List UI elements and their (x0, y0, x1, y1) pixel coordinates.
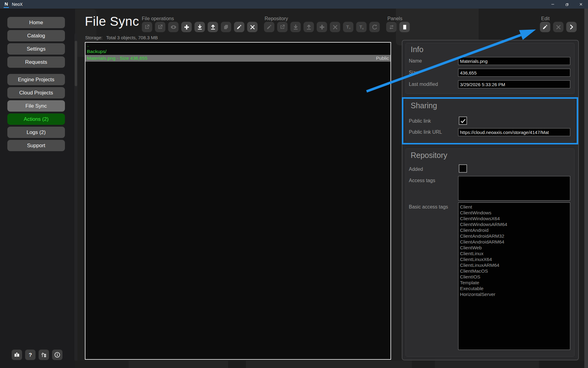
swap-panels-button[interactable] (386, 22, 397, 32)
close-icon (579, 2, 583, 6)
list-item-file-selected[interactable]: Materials.png - Size 436,655 Public (85, 55, 390, 62)
sidebar-item-requests[interactable]: Requests (7, 56, 65, 68)
maximize-button[interactable] (560, 0, 574, 9)
list-item-label: Materials.png - Size 436,655 (87, 56, 147, 61)
rename-button[interactable] (234, 22, 244, 32)
toolbar-group-label-repository: Repository (265, 16, 288, 21)
tag-item[interactable]: Template (460, 280, 570, 286)
open-external-icon (144, 24, 150, 30)
add-tag-button[interactable]: T+ (343, 22, 353, 32)
sidebar-item-cloud-projects[interactable]: Cloud Projects (7, 87, 65, 98)
size-field[interactable] (458, 69, 570, 77)
repo-edit-button[interactable] (264, 22, 274, 32)
access-tags-field[interactable] (458, 176, 570, 201)
download-icon (197, 24, 203, 30)
sidebar-item-home[interactable]: Home (7, 17, 65, 28)
tag-item[interactable]: ClientWindowsARM64 (460, 221, 570, 227)
basic-access-tags-list[interactable]: Client ClientWindows ClientWindowsX64 Cl… (458, 202, 570, 350)
chevron-right-icon (568, 24, 575, 30)
sidebar-item-engine-projects[interactable]: Engine Projects (7, 74, 65, 85)
delete-button[interactable] (247, 22, 258, 32)
tag-item[interactable]: ClientAndroid (460, 227, 570, 233)
copy-button[interactable] (221, 22, 231, 32)
page-title: File Sync (85, 14, 139, 29)
tag-item[interactable]: ClientMacOS (460, 268, 570, 274)
svg-text:T: T (346, 24, 349, 29)
tag-item[interactable]: ClientWindowsX64 (460, 216, 570, 221)
toolbar-group-edit (540, 22, 577, 32)
window-title: NeoX (12, 2, 23, 7)
sidebar-item-logs[interactable]: Logs (2) (7, 127, 65, 138)
x-icon (556, 24, 561, 30)
edit-cancel-button[interactable] (553, 22, 564, 32)
sidebar-item-catalog[interactable]: Catalog (7, 30, 65, 41)
app-window: N NeoX Home Catalog Settings Requests En… (0, 0, 588, 368)
last-modified-field[interactable] (458, 80, 570, 88)
list-item-up[interactable]: .. (85, 43, 390, 48)
upload-button[interactable] (208, 22, 218, 32)
public-badge: Public (376, 55, 389, 61)
sidebar: Home Catalog Settings Requests Engine Pr… (0, 9, 75, 368)
file-list: .. Backups/ Materials.png - Size 436,655… (85, 42, 391, 360)
close-button[interactable] (574, 0, 588, 9)
repo-open-external-button[interactable] (277, 22, 288, 32)
sidebar-item-file-sync[interactable]: File Sync (7, 100, 65, 112)
list-item-label: .. (87, 43, 89, 48)
minimize-button[interactable] (546, 0, 560, 9)
svg-text:?: ? (29, 352, 32, 358)
tag-item[interactable]: ClientAndroidARM32 (460, 233, 570, 239)
open-external-dots-button[interactable] (155, 22, 165, 32)
tag-item[interactable]: ClientWindows (460, 210, 570, 216)
sidebar-item-support[interactable]: Support (7, 140, 65, 151)
eye-icon (170, 24, 177, 30)
tag-item[interactable]: ClientLinuxX64 (460, 256, 570, 262)
bottom-edge-strip (75, 361, 588, 368)
edit-apply-button[interactable] (566, 22, 577, 32)
repo-download-button[interactable] (290, 22, 301, 32)
repo-remove-button[interactable] (330, 22, 340, 32)
panel-toggle-button[interactable] (399, 22, 410, 32)
sidebar-scrollbar-thumb[interactable] (75, 41, 77, 86)
documentation-button[interactable] (12, 350, 22, 360)
help-icon: ? (27, 351, 34, 358)
download-button[interactable] (194, 22, 205, 32)
add-button[interactable] (181, 22, 192, 32)
tag-item[interactable]: Executable (460, 286, 570, 291)
open-external-button[interactable] (142, 22, 152, 32)
sidebar-item-settings[interactable]: Settings (7, 43, 65, 55)
upload-icon (306, 24, 312, 30)
tag-item[interactable]: ClientAndroidARM64 (460, 239, 570, 245)
tag-item[interactable]: ClientLinux (460, 251, 570, 256)
tag-item[interactable]: HorizontalServer (460, 291, 570, 297)
open-external-icon (279, 24, 285, 30)
info-button[interactable] (52, 350, 62, 360)
tag-item[interactable]: Client (460, 204, 570, 210)
edit-pencil-button[interactable] (540, 22, 550, 32)
added-checkbox[interactable] (459, 164, 467, 173)
last-modified-field-label: Last modified (409, 82, 438, 87)
tag-item[interactable]: ClientIOS (460, 274, 570, 280)
sidebar-item-actions[interactable]: Actions (2) (7, 113, 65, 125)
list-item-folder[interactable]: Backups/ (85, 48, 390, 55)
sidebar-nav: Home Catalog Settings Requests Engine Pr… (0, 17, 75, 153)
list-item-label: Backups/ (87, 49, 107, 54)
tag-item[interactable]: ClientLinuxARM64 (460, 262, 570, 268)
construction-button[interactable] (39, 350, 49, 360)
storage-summary: Storage:Total 3 objects, 708.3 MB (85, 35, 158, 40)
revert-button[interactable] (369, 22, 380, 32)
basic-access-tags-label: Basic access tags (409, 204, 448, 210)
access-tags-label: Access tags (409, 178, 435, 183)
pencil-icon (266, 24, 272, 30)
remove-tag-button[interactable]: Tx (356, 22, 367, 32)
documentation-icon (13, 351, 20, 358)
help-button[interactable]: ? (25, 350, 36, 360)
info-panel-title: Info (411, 45, 424, 54)
copy-icon (223, 24, 229, 30)
name-field[interactable] (458, 57, 570, 65)
repo-add-button[interactable] (317, 22, 327, 32)
tag-item[interactable]: ClientWeb (460, 245, 570, 251)
pencil-icon (542, 24, 548, 30)
toolbar-group-repository: T+ Tx (264, 22, 380, 32)
repo-upload-button[interactable] (303, 22, 314, 32)
view-button[interactable] (168, 22, 179, 32)
